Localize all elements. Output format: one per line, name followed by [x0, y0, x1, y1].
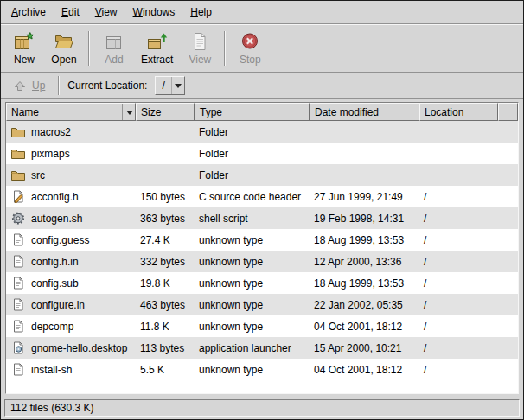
status-text: 112 files (630.3 K): [10, 402, 94, 414]
folder-icon: [10, 169, 26, 181]
file-type: Folder: [195, 143, 310, 164]
menu-archive[interactable]: Archive: [3, 2, 54, 22]
new-button-label: New: [14, 54, 35, 66]
folder-icon: [10, 147, 26, 160]
table-row[interactable]: config.h.in 332 bytes unknown type 12 Ap…: [6, 251, 518, 272]
toolbar: New Open Add Extract View Stop: [1, 24, 523, 73]
file-date-modified: [310, 143, 419, 164]
menu-help[interactable]: Help: [182, 2, 220, 22]
file-name: config.sub: [31, 277, 79, 290]
stop-button-label: Stop: [240, 54, 261, 66]
file-name: configure.in: [31, 299, 85, 311]
table-row[interactable]: configure.in 463 bytes unknown type 22 J…: [6, 294, 518, 315]
table-row[interactable]: depcomp 11.8 K unknown type 04 Oct 2001,…: [6, 315, 518, 337]
column-header-type[interactable]: Type: [195, 103, 310, 121]
table-row[interactable]: config.sub 19.8 K unknown type 18 Aug 19…: [6, 272, 518, 294]
file-name: install-sh: [31, 364, 72, 376]
column-header-size[interactable]: Size: [136, 103, 195, 121]
menu-view[interactable]: View: [87, 2, 125, 22]
add-button-label: Add: [105, 54, 123, 66]
stop-button: Stop: [230, 29, 270, 68]
file-location: /: [419, 207, 498, 229]
file-size: 19.8 K: [136, 272, 195, 294]
file-name: autogen.sh: [31, 213, 82, 225]
file-name: config.guess: [31, 234, 89, 246]
extract-archive-icon: [146, 31, 169, 52]
extract-button[interactable]: Extract: [134, 29, 180, 68]
location-dropdown[interactable]: /: [155, 76, 184, 95]
file-date-modified: 22 Jan 2002, 05:35: [310, 294, 419, 315]
menu-edit[interactable]: Edit: [54, 2, 87, 22]
script-file-icon: [10, 212, 26, 225]
file-name: config.h.in: [31, 256, 79, 268]
column-header-location[interactable]: Location: [419, 103, 498, 121]
menubar: Archive Edit View Windows Help: [1, 1, 523, 24]
file-size: 363 bytes: [136, 207, 195, 229]
toolbar-separator: [88, 31, 90, 66]
table-row[interactable]: acconfig.h 150 bytes C source code heade…: [6, 186, 518, 207]
file-location: [419, 143, 498, 164]
file-date-modified: 04 Oct 2001, 18:12: [310, 359, 419, 380]
file-location: [419, 164, 498, 186]
c-source-file-icon: [10, 190, 26, 203]
current-location-label: Current Location:: [67, 80, 147, 92]
text-file-icon: [10, 277, 26, 290]
toolbar-separator: [224, 31, 226, 66]
file-size: 150 bytes: [136, 186, 195, 207]
file-type: unknown type: [195, 251, 310, 272]
file-table: Name Size Type Date modified Location ma…: [5, 102, 519, 394]
column-header-filler: [498, 103, 518, 121]
file-date-modified: [310, 164, 419, 186]
table-row[interactable]: src Folder: [6, 164, 518, 186]
column-header-date-modified[interactable]: Date modified: [310, 103, 419, 121]
text-file-icon: [10, 255, 26, 268]
text-file-icon: [10, 363, 26, 376]
up-button-label: Up: [32, 80, 45, 92]
table-row[interactable]: gnome-hello.desktop 113 bytes applicatio…: [6, 337, 518, 359]
file-date-modified: 04 Oct 2001, 18:12: [310, 315, 419, 337]
file-size: 5.5 K: [136, 359, 195, 380]
file-size: 463 bytes: [136, 294, 195, 315]
open-button[interactable]: Open: [44, 29, 84, 68]
table-row[interactable]: autogen.sh 363 bytes shell script 19 Feb…: [6, 207, 518, 229]
table-row[interactable]: pixmaps Folder: [6, 143, 518, 164]
location-value: /: [156, 77, 170, 94]
file-name: macros2: [31, 126, 71, 138]
file-location: /: [419, 272, 498, 294]
location-bar: Up Current Location: /: [1, 73, 523, 99]
add-button: Add: [94, 29, 134, 68]
extract-button-label: Extract: [141, 54, 173, 66]
file-size: [136, 164, 195, 186]
table-row[interactable]: macros2 Folder: [6, 121, 518, 143]
file-date-modified: 27 Jun 1999, 21:49: [310, 186, 419, 207]
table-header: Name Size Type Date modified Location: [6, 103, 518, 121]
column-header-name[interactable]: Name: [6, 103, 136, 121]
file-location: /: [419, 337, 498, 359]
chevron-down-icon[interactable]: [171, 77, 184, 94]
file-size: 11.8 K: [136, 315, 195, 337]
sort-dropdown-icon[interactable]: [122, 104, 133, 120]
view-file-icon: [189, 31, 211, 52]
add-files-icon: [103, 31, 125, 52]
view-button: View: [180, 29, 220, 68]
table-body: macros2 Folder pixmaps Folder src Folder…: [6, 121, 518, 393]
file-date-modified: 18 Aug 1999, 13:53: [310, 229, 419, 251]
file-type: application launcher: [195, 337, 310, 359]
file-location: /: [419, 359, 498, 380]
folder-icon: [10, 125, 26, 138]
up-button: Up: [7, 78, 50, 94]
file-name: acconfig.h: [31, 191, 79, 203]
file-type: C source code header: [195, 186, 310, 207]
table-row[interactable]: install-sh 5.5 K unknown type 04 Oct 200…: [6, 359, 518, 380]
table-row[interactable]: config.guess 27.4 K unknown type 18 Aug …: [6, 229, 518, 251]
menu-windows[interactable]: Windows: [125, 2, 183, 22]
file-date-modified: [310, 121, 419, 143]
file-name: gnome-hello.desktop: [31, 342, 127, 354]
file-location: /: [419, 315, 498, 337]
file-type: unknown type: [195, 272, 310, 294]
file-size: 113 bytes: [136, 337, 195, 359]
file-type: unknown type: [195, 315, 310, 337]
status-box: 112 files (630.3 K): [4, 399, 520, 417]
new-button[interactable]: New: [4, 29, 44, 68]
file-name: src: [31, 169, 45, 181]
